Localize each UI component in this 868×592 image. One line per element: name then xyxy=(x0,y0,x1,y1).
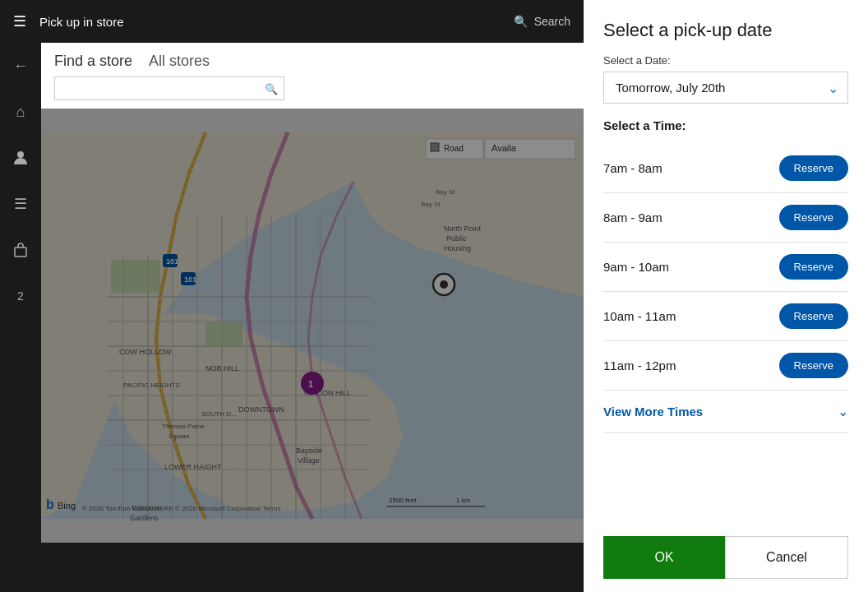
search-row: 🔍 xyxy=(41,76,584,109)
time-slot-2: 9am - 10am Reserve xyxy=(603,243,848,292)
select-date-label: Select a Date: xyxy=(603,54,848,67)
time-label-4: 11am - 12pm xyxy=(603,358,676,372)
app-title: Pick up in store xyxy=(39,15,501,29)
view-more-row[interactable]: View More Times ⌄ xyxy=(603,391,848,433)
content-area: ← ⌂ ☰ 2 Find a store All stores 🔍 xyxy=(0,43,584,592)
sidebar-list-icon[interactable]: ☰ xyxy=(6,189,35,219)
sidebar-number-badge: 2 xyxy=(6,281,35,311)
svg-rect-1 xyxy=(15,247,26,257)
cancel-button[interactable]: Cancel xyxy=(725,536,848,579)
date-dropdown[interactable]: Tomorrow, July 20th xyxy=(603,72,848,104)
search-icon-top: 🔍 xyxy=(514,15,528,28)
panel-footer: OK Cancel xyxy=(603,523,848,592)
time-slot-0: 7am - 8am Reserve xyxy=(603,144,848,193)
select-time-label: Select a Time: xyxy=(603,118,848,132)
time-slot-4: 11am - 12pm Reserve xyxy=(603,341,848,391)
sidebar-icons: ← ⌂ ☰ 2 xyxy=(0,43,41,592)
search-bar-top: 🔍 Search xyxy=(514,15,570,28)
time-label-2: 9am - 10am xyxy=(603,260,669,274)
reserve-btn-3[interactable]: Reserve xyxy=(779,303,848,329)
view-more-text: View More Times xyxy=(603,405,703,419)
sidebar-home-icon[interactable]: ⌂ xyxy=(6,97,35,127)
all-stores-label: All stores xyxy=(149,53,210,70)
store-search-wrapper: 🔍 xyxy=(54,76,284,100)
pickup-panel: Select a pick-up date Select a Date: Tom… xyxy=(584,0,868,592)
app-left-panel: ☰ Pick up in store 🔍 Search ← ⌂ ☰ 2 Find… xyxy=(0,0,584,592)
reserve-btn-4[interactable]: Reserve xyxy=(779,353,848,378)
time-slot-1: 8am - 9am Reserve xyxy=(603,193,848,243)
panel-title: Select a pick-up date xyxy=(603,20,848,41)
time-label-1: 8am - 9am xyxy=(603,210,663,224)
ok-button[interactable]: OK xyxy=(603,536,725,579)
time-label-3: 10am - 11am xyxy=(603,309,676,323)
find-store-label: Find a store xyxy=(54,53,132,70)
sidebar-bag-icon[interactable] xyxy=(6,235,35,265)
bottom-bar xyxy=(0,543,584,592)
map-area: COW HOLLOW PACIFIC HEIGHTS NOB HILL DOWN… xyxy=(41,109,584,543)
dim-overlay xyxy=(41,109,584,543)
top-bar: ☰ Pick up in store 🔍 Search xyxy=(0,0,584,43)
reserve-btn-2[interactable]: Reserve xyxy=(779,254,848,280)
reserve-btn-1[interactable]: Reserve xyxy=(779,205,848,230)
date-dropdown-wrapper: Tomorrow, July 20th ⌄ xyxy=(603,72,848,104)
time-slot-3: 10am - 11am Reserve xyxy=(603,292,848,341)
sidebar-back-icon[interactable]: ← xyxy=(6,51,35,81)
store-search-input[interactable] xyxy=(54,76,284,100)
sidebar-people-icon[interactable] xyxy=(6,143,35,173)
time-label-0: 7am - 8am xyxy=(603,161,663,175)
time-slots: 7am - 8am Reserve 8am - 9am Reserve 9am … xyxy=(603,144,848,523)
store-main: Find a store All stores 🔍 xyxy=(41,43,584,543)
search-label: Search xyxy=(534,15,570,28)
store-search-icon: 🔍 xyxy=(265,82,278,95)
hamburger-icon[interactable]: ☰ xyxy=(13,12,26,30)
view-more-chevron-icon: ⌄ xyxy=(838,404,848,419)
reserve-btn-0[interactable]: Reserve xyxy=(779,155,848,181)
svg-point-0 xyxy=(17,151,24,158)
store-header: Find a store All stores xyxy=(41,43,584,76)
